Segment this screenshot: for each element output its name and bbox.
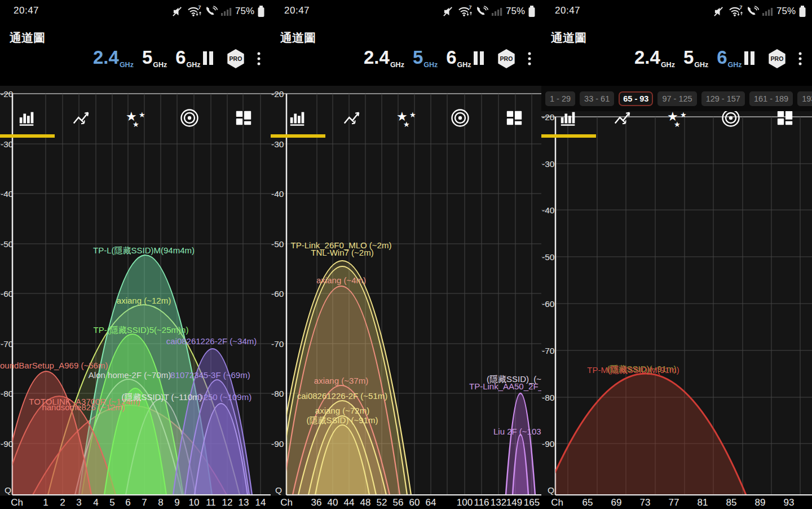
network-label: (隱藏SSID)T (~110m) <box>121 392 202 402</box>
x-axis-tick-label: 69 <box>611 497 622 508</box>
clock-text: 20:47 <box>284 5 310 16</box>
x-axis-tick-label: 11 <box>206 497 216 508</box>
network-label: Alon home-2F (~70m) <box>89 370 171 380</box>
channel-range-chip[interactable]: 97 - 125 <box>657 91 696 106</box>
y-axis-label: -30 <box>542 159 555 169</box>
x-axis-tick-label: 93 <box>784 497 795 508</box>
network-label: TP-M(隱藏SSID)M(91m) <box>587 365 679 375</box>
x-axis-tick-label: 116 <box>474 497 489 508</box>
screenshot-panel-2.4ghz: axiang (~12m)TOTOLINK_A3700R (~124m)TP-L… <box>0 0 271 509</box>
y-axis-label: -90 <box>542 439 555 449</box>
y-axis-label: -50 <box>1 239 14 249</box>
tab-access-points[interactable] <box>449 107 471 129</box>
wifi-icon: 7 <box>187 5 202 18</box>
network-label: axiang (~4m) <box>316 275 366 285</box>
tab-access-points[interactable] <box>178 107 201 129</box>
network-label: TP-Link_AA50_2F_5G <box>469 381 541 391</box>
x-axis-tick-label: 6 <box>125 497 130 508</box>
mute-icon <box>714 6 726 17</box>
status-bar: 20:47775% <box>271 0 541 21</box>
y-axis-bottom-label: Q <box>5 485 11 495</box>
tab-time-graph[interactable] <box>70 107 92 129</box>
x-axis-tick-label: 100 <box>457 497 473 508</box>
channel-range-chip[interactable]: 193 - 233 <box>797 91 812 106</box>
y-axis-label: -60 <box>542 299 555 309</box>
wifi-generation-badge: 7 <box>739 5 742 10</box>
x-axis-tick-label: 56 <box>393 497 404 508</box>
y-axis-label: -70 <box>1 339 14 349</box>
tab-time-graph[interactable] <box>341 107 363 129</box>
x-axis-tick-label: Ch <box>11 497 23 508</box>
y-axis-label: -80 <box>1 389 14 398</box>
network-label: axiang (~37m) <box>314 376 368 385</box>
channel-range-chips: 1 - 2933 - 6165 - 9397 - 125129 - 157161… <box>541 86 812 111</box>
call-icon <box>747 6 760 17</box>
network-label: cai08261226-2F (~51m) <box>297 391 388 401</box>
x-axis-tick-label: 4 <box>93 497 98 508</box>
clock-text: 20:47 <box>555 5 580 16</box>
x-axis-tick-label: 65 <box>582 497 593 508</box>
x-axis-tick-label: 85 <box>726 497 737 508</box>
screenshot-panel-6ghz: (隱藏SSID)(~91m)TP-M(隱藏SSID)M(91m)-20-30-4… <box>541 0 812 509</box>
battery-percent-text: 75% <box>506 6 525 17</box>
svg-text:★: ★ <box>680 111 687 119</box>
svg-text:★: ★ <box>674 120 681 128</box>
x-axis-tick-label: 3 <box>76 497 81 508</box>
bar-chart-icon <box>17 108 37 128</box>
x-axis-tick-label: 60 <box>409 497 420 508</box>
selected-tab-indicator <box>271 134 325 138</box>
channel-range-chip[interactable]: 33 - 61 <box>580 91 614 106</box>
bar-chart-icon <box>288 108 307 128</box>
y-axis-label: -70 <box>542 346 555 356</box>
network-label: 81072345-3F (~69m) <box>170 370 250 380</box>
selected-tab-indicator <box>0 134 55 138</box>
page-title: 通道圖 <box>551 30 586 46</box>
channel-range-chip[interactable]: 161 - 189 <box>749 91 793 106</box>
access-point-icon <box>179 108 200 128</box>
app-bar: 通道圖2.4GHz5GHz6GHzPRO <box>541 21 812 52</box>
tab-overview[interactable] <box>503 107 526 129</box>
x-axis-tick-label: 81 <box>698 497 708 508</box>
channel-range-chip[interactable]: 65 - 93 <box>619 91 653 106</box>
x-axis-tick-label: 165 <box>524 497 540 508</box>
app-bar: 通道圖2.4GHz5GHz6GHzPRO <box>271 21 541 52</box>
x-axis-tick-label: 10 <box>189 497 200 508</box>
network-label: cai08261226-2F (~34m) <box>166 336 257 346</box>
selected-tab-indicator <box>541 134 596 138</box>
status-bar: 20:47775% <box>541 0 812 21</box>
mute-icon <box>173 6 184 17</box>
svg-text:★: ★ <box>403 120 410 128</box>
app-bar: 通道圖2.4GHz5GHz6GHzPRO <box>0 21 271 52</box>
svg-text:★: ★ <box>139 111 145 119</box>
y-axis-label: -50 <box>542 252 555 262</box>
wifi-icon: 7 <box>458 5 473 18</box>
tab-rating[interactable]: ★★★ <box>124 107 147 129</box>
x-axis-tick-label: 9 <box>174 497 179 508</box>
x-axis-tick-label: Ch <box>280 497 293 508</box>
tab-channel-graph[interactable] <box>16 107 38 129</box>
x-axis-tick-label: 13 <box>239 497 249 508</box>
network-label: TNL-Win7 (~2m) <box>311 248 373 257</box>
signal-icon <box>762 6 774 16</box>
call-icon <box>205 6 218 17</box>
y-axis-label: -40 <box>271 189 284 199</box>
tiles-icon <box>235 109 253 127</box>
network-label: TP-(隱藏SSID)5(~25m)n) <box>94 325 189 335</box>
y-axis-label: -90 <box>1 439 14 449</box>
y-axis-label: -20 <box>542 112 555 122</box>
channel-range-chip[interactable]: 129 - 157 <box>701 91 745 106</box>
bar-chart-icon <box>559 108 578 128</box>
signal-icon <box>492 6 503 16</box>
x-axis-tick-label: 89 <box>755 497 766 508</box>
call-icon <box>476 6 489 17</box>
tab-rating[interactable]: ★★★ <box>395 107 417 129</box>
tab-overview[interactable] <box>232 107 255 129</box>
wifi-analyzer-triple-screenshot: axiang (~12m)TOTOLINK_A3700R (~124m)TP-L… <box>0 0 812 509</box>
tab-channel-graph[interactable] <box>286 107 309 129</box>
channel-range-chip[interactable]: 1 - 29 <box>545 91 575 106</box>
x-axis-tick-label: 64 <box>426 497 436 508</box>
y-axis-label: -30 <box>271 139 284 149</box>
x-axis-tick-label: Ch <box>551 497 563 508</box>
x-axis-tick-label: 40 <box>328 497 338 508</box>
x-axis-tick-label: 52 <box>377 497 387 508</box>
